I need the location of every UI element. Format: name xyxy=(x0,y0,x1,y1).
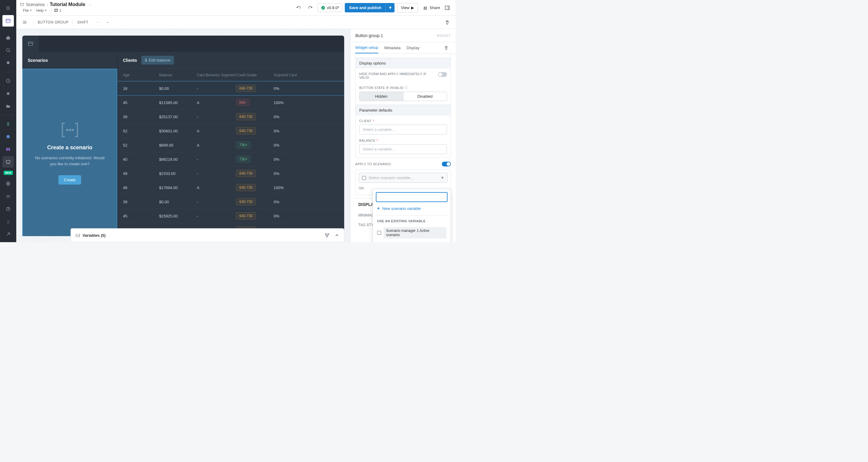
tab-display[interactable]: Display xyxy=(407,42,420,53)
table-row[interactable]: 39$25137.00-640-7300% xyxy=(118,110,344,124)
table-row[interactable]: 52$699.00A730+0% xyxy=(118,138,344,152)
publish-caret[interactable]: ▼ xyxy=(385,3,395,12)
table-row[interactable]: 45$15925.00-640-7300% xyxy=(118,209,344,223)
scenario-variable-dropdown: + New scenario variable USE AN EXISTING … xyxy=(373,189,451,242)
svg-point-2 xyxy=(6,49,9,52)
rail-active-icon[interactable] xyxy=(2,15,14,27)
svg-point-23 xyxy=(67,129,68,131)
svg-point-27 xyxy=(328,233,329,235)
svg-point-24 xyxy=(69,129,70,131)
create-scenario-button[interactable]: Create xyxy=(59,175,81,184)
rail-history-icon[interactable] xyxy=(2,75,14,87)
trash-icon[interactable] xyxy=(442,18,452,27)
rail-user-icon[interactable] xyxy=(2,216,14,227)
file-menu[interactable]: File▼ xyxy=(21,7,34,14)
svg-line-3 xyxy=(9,51,10,52)
svg-rect-0 xyxy=(6,19,10,23)
tab-widget-setup[interactable]: Widget setup xyxy=(355,42,378,53)
breadcrumb-parent[interactable]: Scenarios xyxy=(26,2,44,7)
dropdown-item[interactable]: Scenario manager 1 Active scenario xyxy=(376,226,447,240)
canvas[interactable]: Scenarios Create a scenario No scenarios… xyxy=(16,29,350,242)
rail-bell-icon[interactable] xyxy=(2,57,14,69)
rail-search-icon[interactable] xyxy=(2,45,14,56)
rail-expand-icon[interactable] xyxy=(2,229,14,240)
rail-home-icon[interactable] xyxy=(2,32,14,44)
svg-rect-21 xyxy=(28,42,33,46)
svg-point-18 xyxy=(426,7,427,8)
table-row[interactable]: 48$17694.00A640-730100% xyxy=(118,181,344,195)
rail-star-icon[interactable] xyxy=(2,88,14,99)
brackets-icon xyxy=(59,121,81,138)
variable-icon xyxy=(362,176,366,180)
tab-metadata[interactable]: Metadata xyxy=(384,42,401,53)
panel-icon[interactable] xyxy=(442,3,452,13)
check-icon xyxy=(321,6,325,10)
table-row[interactable]: 52$30601.00A640-7300% xyxy=(118,124,344,138)
balance-variable-input[interactable] xyxy=(359,144,447,154)
redo-icon[interactable] xyxy=(306,3,315,13)
dollar-icon: $ xyxy=(145,58,147,62)
collapse-icon[interactable] xyxy=(20,18,29,27)
table-row[interactable]: 18$0.00-640-7300% xyxy=(118,81,344,95)
widget-toolbar: BUTTON GROUP SHIFT ← → xyxy=(16,16,456,29)
properties-panel: Button group 1 WIDGET Widget setup Metad… xyxy=(350,29,456,242)
delete-widget-icon[interactable] xyxy=(441,43,451,53)
table-row[interactable]: 40$88219.00-730+0% xyxy=(118,152,344,167)
rail-globe-icon[interactable] xyxy=(2,178,14,190)
dropdown-search-input[interactable] xyxy=(376,192,447,202)
hide-form-toggle[interactable] xyxy=(438,72,447,77)
version-button[interactable]: v0.9.0* xyxy=(318,3,342,12)
svg-rect-12 xyxy=(21,3,24,6)
left-rail: NEW xyxy=(0,0,16,242)
rail-help-icon[interactable] xyxy=(2,203,14,215)
client-variable-input[interactable] xyxy=(359,124,447,135)
svg-point-26 xyxy=(325,233,327,235)
share-button[interactable]: Share xyxy=(423,5,440,10)
help-menu[interactable]: Help▼ xyxy=(34,7,49,14)
svg-rect-29 xyxy=(362,176,366,180)
scenario-variable-select[interactable]: Select scenario variable... ▼ xyxy=(359,173,447,183)
help-icon[interactable]: ⓘ xyxy=(405,85,408,90)
rail-screen-icon[interactable] xyxy=(2,156,14,168)
svg-point-28 xyxy=(327,236,328,237)
svg-rect-30 xyxy=(377,231,381,235)
new-scenario-variable[interactable]: + New scenario variable xyxy=(376,202,447,215)
chevron-up-icon[interactable] xyxy=(335,233,339,237)
undo-icon[interactable] xyxy=(293,3,303,13)
rail-cube-icon[interactable] xyxy=(2,131,14,142)
page-icon xyxy=(20,2,24,7)
breadcrumb: Scenarios › Tutorial Module ☆ xyxy=(20,2,92,7)
svg-point-11 xyxy=(7,220,9,222)
apply-scenario-toggle[interactable] xyxy=(442,162,451,167)
table-row[interactable]: 49$2333.00-640-7300% xyxy=(118,167,344,181)
button-state-segment: Hidden Disabled xyxy=(359,92,447,101)
table-row[interactable]: 39$0.00-640-7300% xyxy=(118,195,344,209)
branch-icon[interactable] xyxy=(324,233,330,238)
svg-point-17 xyxy=(424,7,425,8)
seg-hidden[interactable]: Hidden xyxy=(360,92,403,101)
shift-left-icon[interactable]: ← xyxy=(94,18,102,27)
rail-folder-icon[interactable] xyxy=(2,100,14,112)
new-badge: NEW xyxy=(4,171,13,175)
svg-rect-6 xyxy=(8,148,10,151)
seg-disabled[interactable]: Disabled xyxy=(403,92,447,101)
page-title: Tutorial Module xyxy=(50,2,85,7)
top-bar: Scenarios › Tutorial Module ☆ File▼ Help… xyxy=(16,0,456,16)
scenarios-header: Scenarios xyxy=(22,52,117,69)
table-row[interactable]: 45$11585.00A640-100% xyxy=(118,95,344,110)
rail-layout-icon[interactable] xyxy=(2,144,14,155)
svg-point-25 xyxy=(72,129,73,131)
widget-title: Button group 1 xyxy=(355,33,437,38)
canvas-tab-icon[interactable] xyxy=(22,36,38,52)
view-button[interactable]: View▶ xyxy=(397,3,418,12)
rail-shuffle-icon[interactable] xyxy=(2,191,14,202)
tab-count[interactable]: 1 xyxy=(54,8,61,13)
publish-button[interactable]: Save and publish xyxy=(345,3,385,12)
edit-balance-button[interactable]: $ Edit balance xyxy=(141,56,174,64)
shift-right-icon[interactable]: → xyxy=(103,18,112,27)
variables-bar[interactable]: (𝑥) Variables (5) xyxy=(70,228,344,242)
star-icon[interactable]: ☆ xyxy=(88,2,92,7)
rail-menu-icon[interactable] xyxy=(2,2,14,14)
widget-type-label: BUTTON GROUP xyxy=(38,20,68,24)
rail-list-icon[interactable] xyxy=(2,118,14,130)
